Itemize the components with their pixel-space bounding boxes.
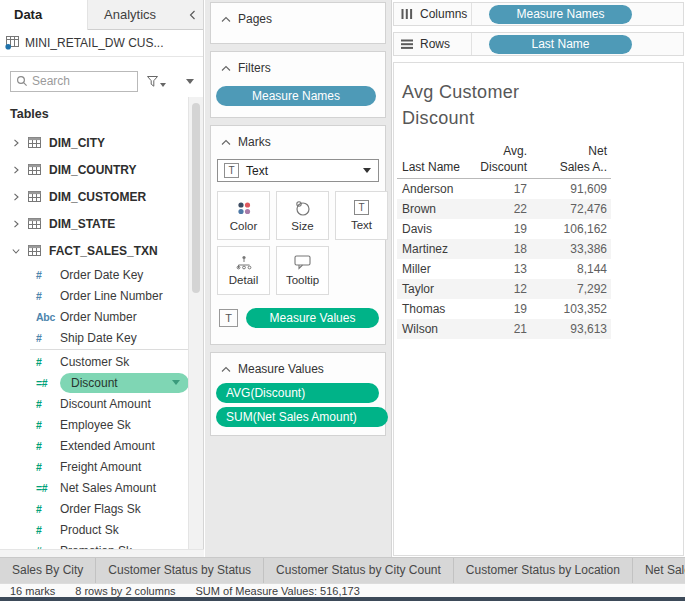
net-sales-value[interactable]: 106,162 (527, 222, 607, 236)
search-row (10, 70, 203, 92)
sheet-tab[interactable]: Sales By City (0, 558, 96, 583)
sheet-tab[interactable]: Customer Status by Location (454, 558, 633, 583)
net-sales-value[interactable]: 91,609 (527, 182, 607, 196)
text-shelf-icon[interactable]: T (219, 309, 238, 327)
table-row[interactable]: Taylor 12 7,292 (397, 279, 611, 299)
chevron-up-icon[interactable] (221, 139, 231, 146)
chevron-up-icon[interactable] (221, 16, 231, 23)
filter-pill-measure-names[interactable]: Measure Names (216, 86, 376, 106)
row-label[interactable]: Wilson (397, 322, 477, 336)
text-icon: T (354, 200, 369, 215)
table-row[interactable]: Thomas 19 103,352 (397, 299, 611, 319)
net-sales-value[interactable]: 33,386 (527, 242, 607, 256)
columns-shelf[interactable]: Columns Measure Names (393, 2, 684, 26)
table-row-dim-country[interactable]: DIM_COUNTRY (0, 156, 203, 183)
net-sales-value[interactable]: 8,144 (527, 262, 607, 276)
avg-discount-value[interactable]: 13 (477, 262, 527, 276)
field-row[interactable]: # Order Line Number (0, 285, 203, 306)
column-header-last-name[interactable]: Last Name (397, 143, 477, 175)
avg-discount-value[interactable]: 19 (477, 302, 527, 316)
vertical-scrollbar[interactable] (188, 97, 203, 549)
search-box[interactable] (10, 71, 138, 92)
row-label[interactable]: Miller (397, 262, 477, 276)
pill-avg-discount[interactable]: AVG(Discount) (216, 383, 379, 403)
scrollbar-thumb[interactable] (192, 103, 200, 293)
field-label: Discount Amount (60, 397, 151, 411)
table-row-dim-state[interactable]: DIM_STATE (0, 210, 203, 237)
field-row[interactable]: # Customer Sk (0, 351, 203, 372)
table-row-dim-city[interactable]: DIM_CITY (0, 129, 203, 156)
field-filter-button[interactable] (147, 76, 166, 87)
data-pane-tabbar: Data Analytics (0, 0, 203, 30)
avg-discount-value[interactable]: 22 (477, 202, 527, 216)
chevron-up-icon[interactable] (221, 366, 231, 373)
row-label[interactable]: Thomas (397, 302, 477, 316)
selected-field-pill[interactable]: Discount (60, 373, 189, 393)
field-row[interactable]: # Order Date Key (0, 264, 203, 285)
field-row[interactable]: # Discount Amount (0, 393, 203, 414)
search-input[interactable] (32, 74, 118, 88)
table-icon (28, 245, 41, 256)
tab-analytics[interactable]: Analytics (88, 7, 181, 22)
color-button[interactable]: Color (217, 191, 270, 240)
size-button[interactable]: Size (276, 191, 329, 240)
table-row[interactable]: Brown 22 72,476 (397, 199, 611, 219)
table-row[interactable]: Davis 19 106,162 (397, 219, 611, 239)
table-row-fact-sales-txn[interactable]: FACT_SALES_TXN (0, 237, 203, 264)
field-row[interactable]: # Order Flags Sk (0, 498, 203, 519)
tab-data[interactable]: Data (0, 0, 88, 30)
table-icon (28, 218, 41, 229)
table-row[interactable]: Wilson 21 93,613 (397, 319, 611, 339)
pill-measure-names-columns[interactable]: Measure Names (489, 5, 632, 24)
table-row[interactable]: Miller 13 8,144 (397, 259, 611, 279)
row-label[interactable]: Martinez (397, 242, 477, 256)
pill-sum-net-sales-amount[interactable]: SUM(Net Sales Amount) (216, 407, 388, 427)
sheet-title: Avg Customer Discount (402, 79, 567, 131)
field-row-discount-selected[interactable]: =# Discount (0, 372, 203, 393)
chevron-up-icon[interactable] (221, 65, 231, 72)
rows-shelf[interactable]: Rows Last Name (393, 32, 684, 56)
field-label: Ship Date Key (60, 331, 137, 345)
field-row[interactable]: Abc Order Number (0, 306, 203, 327)
net-sales-value[interactable]: 72,476 (527, 202, 607, 216)
mark-type-dropdown[interactable]: T Text (217, 159, 379, 182)
row-label[interactable]: Anderson (397, 182, 477, 196)
row-label[interactable]: Taylor (397, 282, 477, 296)
horizontal-scrollbar[interactable] (0, 549, 204, 557)
field-row[interactable]: # Freight Amount (0, 456, 203, 477)
net-sales-value[interactable]: 103,352 (527, 302, 607, 316)
field-row[interactable]: # Employee Sk (0, 414, 203, 435)
table-row[interactable]: Martinez 18 33,386 (397, 239, 611, 259)
datasource-row[interactable]: MINI_RETAIL_DW CUS... (0, 30, 203, 57)
column-header-avg-discount[interactable]: Avg.Discount (477, 143, 527, 175)
net-sales-value[interactable]: 7,292 (527, 282, 607, 296)
pill-measure-values[interactable]: Measure Values (246, 308, 379, 328)
field-row[interactable]: =# Net Sales Amount (0, 477, 203, 498)
tables-section-header: Tables (10, 107, 203, 121)
sheet-tab[interactable]: Customer Status by City Count (264, 558, 454, 583)
sheet-tab[interactable]: Customer Status by Status (96, 558, 264, 583)
avg-discount-value[interactable]: 19 (477, 222, 527, 236)
avg-discount-value[interactable]: 12 (477, 282, 527, 296)
net-sales-value[interactable]: 93,613 (527, 322, 607, 336)
avg-discount-value[interactable]: 17 (477, 182, 527, 196)
avg-discount-value[interactable]: 21 (477, 322, 527, 336)
pane-menu-caret-icon[interactable] (186, 79, 194, 84)
column-header-net-sales[interactable]: NetSales A.. (527, 143, 607, 175)
collapse-pane-button[interactable] (181, 10, 203, 20)
row-label[interactable]: Davis (397, 222, 477, 236)
tooltip-button-label: Tooltip (286, 274, 319, 286)
avg-discount-value[interactable]: 18 (477, 242, 527, 256)
chevron-down-icon[interactable] (172, 380, 180, 385)
field-row[interactable]: # Extended Amount (0, 435, 203, 456)
sheet-tab[interactable]: Net Sales (633, 558, 685, 583)
pill-last-name-rows[interactable]: Last Name (489, 35, 632, 54)
detail-button[interactable]: Detail (217, 246, 270, 295)
text-button[interactable]: T Text (335, 191, 388, 240)
table-row[interactable]: Anderson 17 91,609 (397, 179, 611, 199)
field-row[interactable]: # Product Sk (0, 519, 203, 540)
table-row-dim-customer[interactable]: DIM_CUSTOMER (0, 183, 203, 210)
row-label[interactable]: Brown (397, 202, 477, 216)
tooltip-button[interactable]: Tooltip (276, 246, 329, 295)
field-row[interactable]: # Ship Date Key (0, 327, 203, 348)
